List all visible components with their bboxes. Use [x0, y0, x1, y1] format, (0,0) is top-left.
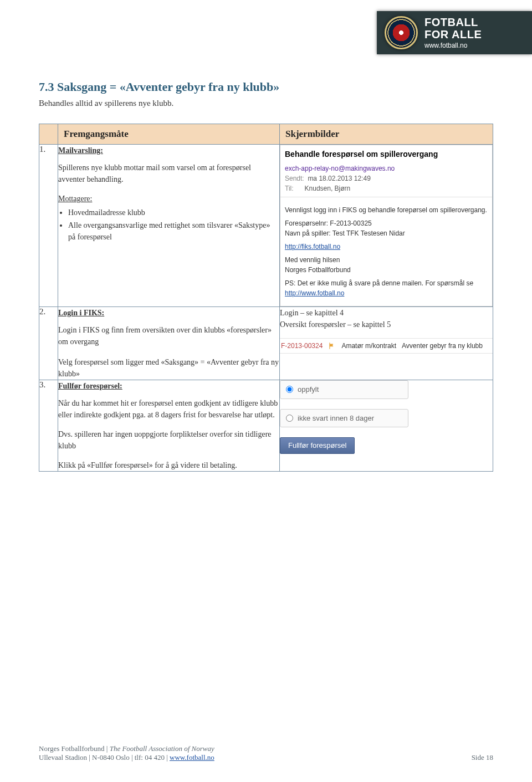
section-heading: 7.3 Saksgang = «Avventer gebyr fra ny kl… — [39, 80, 493, 94]
step3-title: Fullfør forespørsel: — [58, 380, 279, 392]
header-procedure: Fremgangsmåte — [58, 124, 280, 145]
email-screenshot: Behandle forespørsel om spillerovergang … — [280, 145, 493, 306]
step2-p1: Login i FIKS og finn frem oversikten ove… — [58, 324, 279, 347]
email-p1: Vennligst logg inn i FIKS og behandle fo… — [285, 205, 488, 215]
step-number: 2. — [39, 307, 58, 380]
step1-title: Mailvarsling: — [58, 145, 279, 156]
email-p2: Forespørselnr: F-2013-00325 — [285, 218, 488, 228]
header-screenshots: Skjermbilder — [280, 124, 493, 145]
step3-p3: Klikk på «Fullfør forespørsel» for å gå … — [58, 459, 279, 471]
email-p4: Med vennlig hilsen — [285, 255, 488, 265]
footer-org: Norges Fotballforbund | — [39, 744, 110, 753]
step-number: 1. — [39, 145, 58, 307]
request-row-mock: F-2013-00324 Amatør m/kontrakt Avventer … — [280, 338, 493, 354]
request-type: Amatør m/kontrakt — [341, 341, 396, 351]
step2-right2: Oversikt forespørsler – se kapittel 5 — [280, 319, 493, 330]
email-from: exch-app-relay-no@makingwaves.no — [285, 163, 488, 173]
step3-p2: Dvs. spilleren har ingen uoppgjorte forp… — [58, 428, 279, 452]
brand-site: www.fotball.no — [424, 42, 467, 49]
email-body: Vennligst logg inn i FIKS og behandle fo… — [280, 197, 492, 306]
flag-icon — [328, 342, 336, 350]
step1-p1: Spillerens nye klubb mottar mail som var… — [58, 162, 279, 185]
footer-org-en: The Football Association of Norway — [110, 744, 214, 753]
step2-screenshot: Login – se kapittel 4 Oversikt forespørs… — [280, 307, 493, 380]
document-page: FOTBALL FOR ALLE www.fotball.no 7.3 Saks… — [0, 0, 532, 782]
step3-screenshot: oppfylt ikke svart innen 8 dager Fullfør… — [280, 380, 493, 472]
email-meta: exch-app-relay-no@makingwaves.no Sendt: … — [280, 163, 492, 197]
step3-content: Fullfør forespørsel: Når du har kommet h… — [58, 380, 280, 472]
step1-screenshot: Behandle forespørsel om spillerovergang … — [280, 145, 493, 307]
email-footer-link[interactable]: http://www.fotball.no — [285, 289, 344, 297]
footer-left: Norges Fotballforbund | The Football Ass… — [39, 744, 214, 762]
step2-title: Login i FIKS: — [58, 307, 279, 319]
complete-request-button[interactable]: Fullfør forespørsel — [280, 437, 355, 454]
step3-p1: Når du har kommet hit er forespørsel ent… — [58, 397, 279, 421]
table-row: 1. Mailvarsling: Spillerens nye klubb mo… — [39, 145, 493, 307]
brand-line1: FOTBALL — [424, 16, 478, 28]
brand-text: FOTBALL FOR ALLE www.fotball.no — [424, 16, 482, 49]
radio-no-reply[interactable] — [286, 415, 293, 422]
option-no-reply: ikke svart innen 8 dager — [280, 409, 408, 428]
footer-link[interactable]: www.fotball.no — [170, 753, 214, 761]
email-to-value: Knudsen, Bjørn — [305, 185, 351, 192]
procedure-table: Fremgangsmåte Skjermbilder 1. Mailvarsli… — [39, 124, 493, 472]
option-fulfilled-label: oppfylt — [298, 384, 319, 395]
header-spacer — [39, 124, 58, 145]
step1-recipients-label: Mottagere: — [58, 193, 279, 205]
footer-address: Ullevaal Stadion | N-0840 Oslo | tlf: 04… — [39, 753, 170, 761]
table-row: 2. Login i FIKS: Login i FIKS og finn fr… — [39, 307, 493, 380]
step2-p2: Velg forespørsel som ligger med «Saksgan… — [58, 356, 279, 380]
list-item: Alle overgangsansvarlige med rettighet s… — [68, 219, 279, 243]
step-number: 3. — [39, 380, 58, 472]
step2-right1: Login – se kapittel 4 — [280, 307, 493, 319]
list-item: Hovedmailadresse klubb — [68, 207, 279, 218]
email-sent-label: Sendt: — [285, 175, 304, 182]
table-header-row: Fremgangsmåte Skjermbilder — [39, 124, 493, 145]
request-status: Avventer gebyr fra ny klubb — [402, 341, 483, 351]
email-ps-text: PS: Det er ikke mulig å svare på denne m… — [285, 279, 473, 287]
step1-recipients-list: Hovedmailadresse klubb Alle overgangsans… — [68, 207, 279, 243]
email-p3: Navn på spiller: Test TFK Testesen Nidar — [285, 228, 488, 238]
option-fulfilled: oppfylt — [280, 380, 408, 399]
table-row: 3. Fullfør forespørsel: Når du har komme… — [39, 380, 493, 472]
email-subject: Behandle forespørsel om spillerovergang — [280, 145, 492, 163]
brand-badge: FOTBALL FOR ALLE www.fotball.no — [377, 11, 532, 54]
email-p5: Norges Fotballforbund — [285, 265, 488, 275]
option-no-reply-label: ikke svart innen 8 dager — [298, 413, 374, 424]
email-fiks-link[interactable]: http://fiks.fotball.no — [285, 243, 340, 251]
request-id: F-2013-00324 — [281, 341, 323, 351]
page-number: Side 18 — [472, 753, 493, 762]
brand-line2: FOR ALLE — [424, 28, 482, 40]
step2-content: Login i FIKS: Login i FIKS og finn frem … — [58, 307, 280, 380]
step1-content: Mailvarsling: Spillerens nye klubb motta… — [58, 145, 280, 307]
page-footer: Norges Fotballforbund | The Football Ass… — [39, 744, 493, 762]
section-intro: Behandles alltid av spillerens nye klubb… — [39, 99, 493, 108]
nff-crest-icon — [385, 16, 418, 49]
email-sent-value: ma 18.02.2013 12:49 — [308, 175, 370, 182]
radio-fulfilled[interactable] — [286, 386, 293, 393]
email-to-label: Til: — [285, 185, 294, 192]
